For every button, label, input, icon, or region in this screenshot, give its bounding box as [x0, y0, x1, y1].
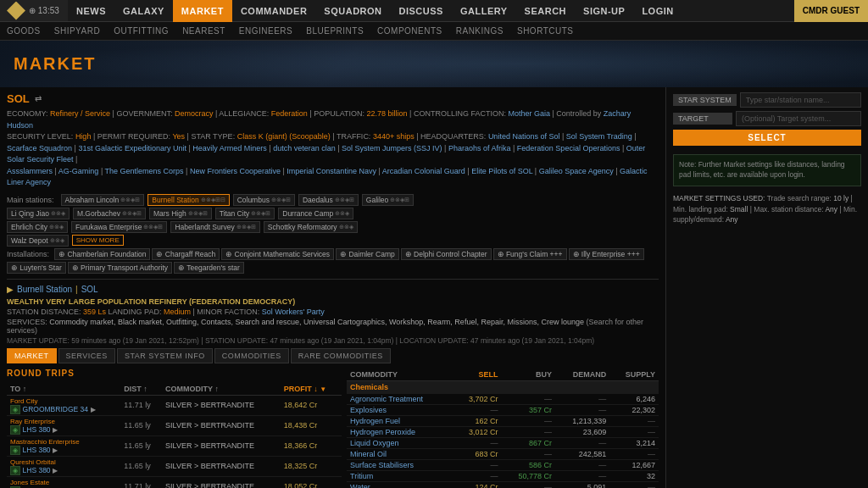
table-row: Ray Enterprise◈ LHS 380 ▶ 11.65 ly SILVE… — [7, 415, 342, 435]
inst-daimler[interactable]: ⊕ Daimler Camp — [336, 248, 399, 260]
station-gorbachev[interactable]: M.Gorbachev ⊕⊗◈⊞ — [73, 208, 146, 219]
sol-label: SOL — [7, 92, 30, 105]
breadcrumb-separator: | — [75, 285, 78, 294]
category-chemicals: Chemicals — [347, 380, 659, 393]
table-row: Ford City◈ GROOMBRIDGE 34 ▶ 11.71 ly SIL… — [7, 395, 342, 415]
nav-signup[interactable]: SIGN-UP — [575, 0, 633, 22]
nav-discuss[interactable]: DISCUSS — [391, 0, 452, 22]
top-navigation: ⊕ 13:53 NEWS GALAXY MARKET COMMANDER SQU… — [0, 0, 868, 22]
nav-gallery[interactable]: GALLERY — [452, 0, 516, 22]
inst-chamberlain[interactable]: ⊕ Chamberlain Foundation — [54, 248, 150, 260]
commodity-hydrogen-peroxide: Hydrogen Peroxide 3,012 Cr — 23,609 — — [347, 426, 659, 437]
col-commodity[interactable]: COMMODITY ↑ — [162, 383, 281, 396]
station-abraham-lincoln[interactable]: Abraham Lincoln ⊕⊗◈⊞ — [61, 194, 145, 206]
station-breadcrumb: ▶ Burnell Station | SOL — [7, 285, 659, 294]
installations-label: Installations: — [7, 250, 49, 258]
target-input[interactable] — [736, 111, 861, 126]
left-panel: SOL ⇄ ECONOMY: Refinery / Service | GOVE… — [0, 87, 665, 488]
station-haberlandt[interactable]: Haberlandt Survey ⊕⊗◈⊞ — [170, 221, 259, 233]
installations-row-2: ⊕ Luyten's Star ⊕ Primary Transport Auth… — [7, 262, 659, 274]
nav-search[interactable]: SEARCH — [516, 0, 575, 22]
sec-nav-goods[interactable]: GOODS — [7, 26, 41, 36]
commodity-agronomic-treatment: Agronomic Treatment 3,702 Cr — — 6,246 — [347, 393, 659, 404]
col-profit[interactable]: PROFIT ↓ ▼ — [281, 383, 342, 396]
station-li-qing-jiao[interactable]: Li Qing Jiao ⊕⊗◈ — [7, 208, 70, 219]
station-description: WEALTHY VERY LARGE POPULATION REFINERY (… — [7, 297, 659, 306]
tab-rare-commodities[interactable]: RARE COMMODITIES — [291, 348, 391, 363]
station-galileo[interactable]: Galileo ⊕⊗◈⊞ — [362, 194, 414, 206]
col-sell[interactable]: SELL — [453, 369, 502, 381]
sec-nav-components[interactable]: COMPONENTS — [377, 26, 442, 36]
station-burnell[interactable]: Burnell Station ⊕⊗◈⊞⊟ — [147, 194, 229, 206]
station-schottky[interactable]: Schottky Reformatory ⊕⊗◈ — [264, 221, 358, 233]
breadcrumb-station-link[interactable]: Burnell Station — [17, 285, 72, 294]
sec-nav-nearest[interactable]: NEAREST — [182, 26, 225, 36]
inst-delphi[interactable]: ⊕ Delphi Control Chapter — [401, 248, 492, 260]
tab-services[interactable]: SERVICES — [58, 348, 115, 363]
inst-teegarden[interactable]: ⊕ Teegarden's star — [174, 262, 244, 274]
col-dist[interactable]: DIST ↑ — [120, 383, 162, 396]
stations-label: Main stations: — [7, 196, 54, 204]
nav-squadron[interactable]: SQUADRON — [315, 0, 390, 22]
col-to[interactable]: TO ↑ — [7, 383, 120, 396]
commodity-surface-stabilisers: Surface Stabilisers — 586 Cr — 12,667 — [347, 459, 659, 470]
logo-area: ⊕ 13:53 — [0, 0, 68, 21]
commodity-liquid-oxygen: Liquid Oxygen — 867 Cr — 3,214 — [347, 437, 659, 448]
show-more-button[interactable]: SHOW MORE — [72, 235, 124, 246]
table-row: Mastracchio Enterprise◈ LHS 380 ▶ 11.65 … — [7, 435, 342, 456]
station-titan-city[interactable]: Titan City ⊕⊗◈⊞ — [215, 208, 275, 219]
nav-market[interactable]: MARKET — [173, 0, 232, 22]
col-supply[interactable]: SUPPLY — [609, 369, 659, 381]
tab-star-system-info[interactable]: STAR SYSTEM INFO — [117, 348, 213, 363]
station-walz-depot[interactable]: Walz Depot ⊕⊗◈ — [7, 235, 69, 247]
commodity-section: COMMODITY SELL BUY DEMAND SUPPLY Chemica… — [347, 369, 659, 489]
main-nav-links: NEWS GALAXY MARKET COMMANDER SQUADRON DI… — [68, 0, 794, 22]
market-settings: MARKET SETTINGS USED: Trade search range… — [673, 193, 861, 225]
breadcrumb-system-link[interactable]: SOL — [81, 285, 98, 294]
sol-swap-icon[interactable]: ⇄ — [35, 94, 42, 103]
select-button[interactable]: SELECT — [673, 130, 861, 146]
target-label: TARGET — [673, 113, 732, 125]
nav-login[interactable]: LOGIN — [633, 0, 682, 22]
col-commodity-name[interactable]: COMMODITY — [347, 369, 453, 381]
col-demand[interactable]: DEMAND — [555, 369, 609, 381]
inst-illy[interactable]: ⊕ Illy Enterprise +++ — [569, 248, 644, 260]
nav-commander[interactable]: COMMANDER — [232, 0, 315, 22]
inst-fung[interactable]: ⊕ Fung's Claim +++ — [493, 248, 567, 260]
nav-galaxy[interactable]: GALAXY — [114, 0, 173, 22]
nav-news[interactable]: NEWS — [68, 0, 114, 22]
tab-market[interactable]: MARKET — [7, 348, 57, 363]
sec-nav-blueprints[interactable]: BLUEPRINTS — [306, 26, 364, 36]
tab-commodities[interactable]: COMMODITIES — [214, 348, 289, 363]
station-daedalus[interactable]: Daedalus ⊕⊗◈⊞ — [298, 194, 359, 206]
sec-nav-shortcuts[interactable]: SHORTCUTS — [517, 26, 574, 36]
trip-station: Ford City — [10, 397, 117, 405]
inst-chargaff[interactable]: ⊕ Chargaff Reach — [152, 248, 220, 260]
commodity-tritium: Tritium — 50,778 Cr — 32 — [347, 470, 659, 481]
round-trips-table: TO ↑ DIST ↑ COMMODITY ↑ PROFIT ↓ ▼ Ford … — [7, 383, 342, 489]
breadcrumb-arrow: ▶ — [7, 285, 14, 294]
inst-primary[interactable]: ⊕ Primary Transport Authority — [68, 262, 172, 274]
trips-table-section: ROUND TRIPS TO ↑ DIST ↑ COMMODITY ↑ PROF… — [7, 369, 342, 489]
market-title: MARKET — [14, 54, 97, 74]
sec-nav-outfitting[interactable]: OUTFITTING — [114, 26, 169, 36]
round-trips-title: ROUND TRIPS — [7, 369, 342, 378]
inst-luyten[interactable]: ⊕ Luyten's Star — [7, 262, 66, 274]
station-mars-high[interactable]: Mars High ⊕⊗◈⊞ — [149, 208, 212, 219]
economy-label: ECONOMY: — [7, 109, 50, 118]
station-ehrlich-city[interactable]: Ehrlich City ⊕⊗◈ — [7, 221, 68, 233]
star-system-label: STAR SYSTEM — [673, 94, 737, 106]
station-durrance-camp[interactable]: Durrance Camp ⊕⊗◈ — [278, 208, 353, 219]
elite-logo-icon — [7, 2, 25, 20]
sec-nav-rankings[interactable]: RANKINGS — [456, 26, 504, 36]
star-system-input[interactable] — [740, 92, 861, 108]
cmdr-badge: CMDR GUEST — [794, 0, 868, 22]
col-buy[interactable]: BUY — [502, 369, 556, 381]
economy-value: Refinery / Service — [50, 109, 110, 118]
sec-nav-engineers[interactable]: ENGINEERS — [239, 26, 292, 36]
station-furukawa[interactable]: Furukawa Enterprise ⊕⊗◈⊞ — [71, 221, 167, 233]
station-columbus[interactable]: Columbus ⊕⊗◈⊞ — [233, 194, 295, 206]
inst-conjoint[interactable]: ⊕ Conjoint Mathematic Services — [221, 248, 334, 260]
sec-nav-shipyard[interactable]: SHIPYARD — [54, 26, 100, 36]
tab-bar: MARKET SERVICES STAR SYSTEM INFO COMMODI… — [7, 348, 659, 363]
